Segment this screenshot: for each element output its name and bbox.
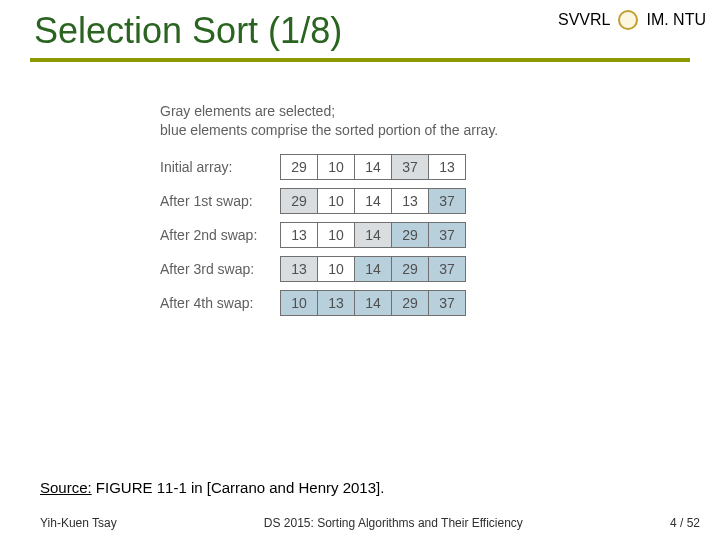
array-row: After 4th swap:1013142937 xyxy=(160,290,720,316)
header-right: SVVRL IM. NTU xyxy=(558,10,706,30)
array-rows: Initial array:2910143713After 1st swap:2… xyxy=(160,154,720,316)
cell: 10 xyxy=(317,188,355,214)
array-row: After 3rd swap:1310142937 xyxy=(160,256,720,282)
cells: 1310142937 xyxy=(280,256,466,282)
cell: 13 xyxy=(391,188,429,214)
cell: 37 xyxy=(428,290,466,316)
footer-page: 4 / 52 xyxy=(670,516,700,530)
footer-author: Yih-Kuen Tsay xyxy=(40,516,117,530)
cell: 37 xyxy=(428,188,466,214)
row-label: After 4th swap: xyxy=(160,295,280,311)
cell: 13 xyxy=(280,222,318,248)
org-left: SVVRL xyxy=(558,11,610,29)
cell: 10 xyxy=(280,290,318,316)
cell: 37 xyxy=(391,154,429,180)
cells: 2910143713 xyxy=(280,154,466,180)
row-label: After 2nd swap: xyxy=(160,227,280,243)
cell: 29 xyxy=(391,256,429,282)
content: Gray elements are selected; blue element… xyxy=(160,102,720,316)
footer: Yih-Kuen Tsay DS 2015: Sorting Algorithm… xyxy=(0,516,720,530)
cell: 10 xyxy=(317,222,355,248)
cell: 14 xyxy=(354,290,392,316)
cell: 14 xyxy=(354,222,392,248)
row-label: Initial array: xyxy=(160,159,280,175)
cell: 14 xyxy=(354,188,392,214)
cell: 10 xyxy=(317,154,355,180)
cell: 14 xyxy=(354,154,392,180)
cell: 13 xyxy=(280,256,318,282)
array-row: After 2nd swap:1310142937 xyxy=(160,222,720,248)
logo-icon xyxy=(618,10,638,30)
array-row: After 1st swap:2910141337 xyxy=(160,188,720,214)
legend-line1: Gray elements are selected; xyxy=(160,102,720,121)
source-line: Source: FIGURE 11-1 in [Carrano and Henr… xyxy=(40,479,384,496)
cell: 29 xyxy=(280,154,318,180)
row-label: After 1st swap: xyxy=(160,193,280,209)
cell: 10 xyxy=(317,256,355,282)
cell: 29 xyxy=(280,188,318,214)
cells: 2910141337 xyxy=(280,188,466,214)
legend-line2: blue elements comprise the sorted portio… xyxy=(160,121,720,140)
cells: 1013142937 xyxy=(280,290,466,316)
cell: 29 xyxy=(391,222,429,248)
cell: 29 xyxy=(391,290,429,316)
source-label: Source: xyxy=(40,479,92,496)
cell: 13 xyxy=(428,154,466,180)
org-right: IM. NTU xyxy=(646,11,706,29)
footer-course: DS 2015: Sorting Algorithms and Their Ef… xyxy=(264,516,523,530)
row-label: After 3rd swap: xyxy=(160,261,280,277)
cells: 1310142937 xyxy=(280,222,466,248)
legend: Gray elements are selected; blue element… xyxy=(160,102,720,140)
source-text: FIGURE 11-1 in [Carrano and Henry 2013]. xyxy=(92,479,385,496)
cell: 13 xyxy=(317,290,355,316)
cell: 37 xyxy=(428,256,466,282)
cell: 37 xyxy=(428,222,466,248)
array-row: Initial array:2910143713 xyxy=(160,154,720,180)
cell: 14 xyxy=(354,256,392,282)
